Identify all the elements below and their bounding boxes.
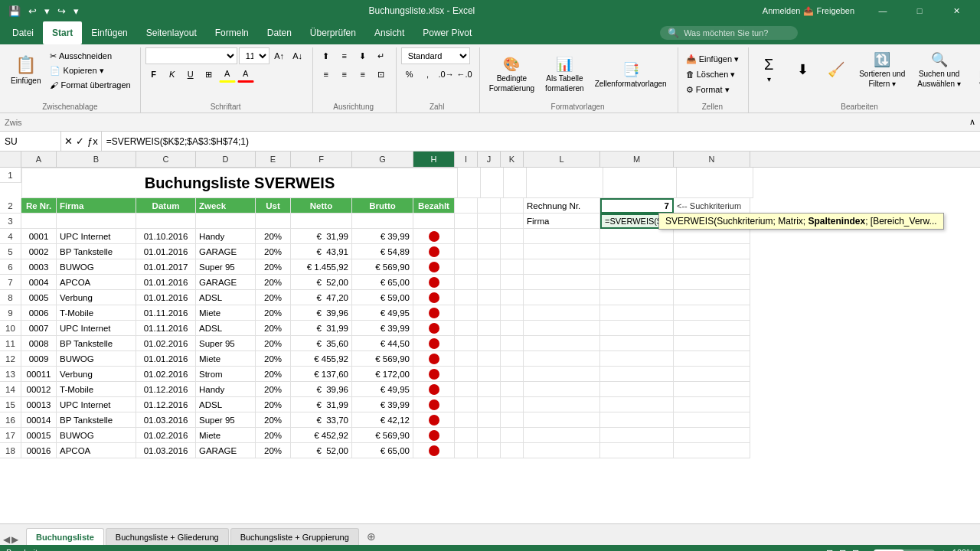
cell-15e[interactable]: 20%	[256, 397, 291, 412]
col-header-k[interactable]: K	[501, 152, 524, 167]
anmelden-link[interactable]: Anmelden	[763, 6, 801, 15]
col-header-a[interactable]: A	[21, 152, 57, 167]
font-name-select[interactable]	[145, 47, 237, 64]
cell-8h[interactable]	[413, 290, 455, 305]
cell-5a[interactable]: 0002	[21, 244, 57, 259]
cell-2f[interactable]: Netto	[291, 198, 352, 214]
fill-color-btn[interactable]: A	[219, 66, 236, 83]
cell-7c[interactable]: 01.01.2016	[136, 275, 196, 290]
cell-2b[interactable]: Firma	[57, 198, 136, 214]
cell-13b[interactable]: Verbung	[57, 367, 136, 382]
cell-3b[interactable]	[57, 214, 136, 229]
menu-formeln[interactable]: Formeln	[206, 21, 258, 44]
cell-9g[interactable]: € 49,95	[352, 305, 413, 321]
cell-7e[interactable]: 20%	[256, 275, 291, 290]
cell-2c[interactable]: Datum	[136, 198, 196, 214]
cell-6g[interactable]: € 569,90	[352, 259, 413, 275]
sheet-tab-gliederung[interactable]: Buchungsliste + Gliederung	[106, 528, 229, 545]
cell-17c[interactable]: 01.02.2016	[136, 428, 196, 443]
page-break-btn[interactable]: ⊠	[852, 548, 859, 552]
cell-9f[interactable]: € 39,96	[291, 305, 352, 321]
cell-12d[interactable]: Miete	[196, 351, 256, 367]
cell-16d[interactable]: Super 95	[196, 412, 256, 428]
cell-18d[interactable]: GARAGE	[196, 443, 256, 458]
percent-btn[interactable]: %	[401, 66, 418, 83]
cell-17d[interactable]: Miete	[196, 428, 256, 443]
cell-16g[interactable]: € 42,12	[352, 412, 413, 428]
right-align-btn[interactable]: ≡	[354, 66, 371, 83]
window-controls[interactable]: Anmelden 📤 Freigeben — □ ✕	[763, 0, 974, 21]
center-align-btn[interactable]: ≡	[336, 66, 353, 83]
find-select-btn[interactable]: 🔍 Suchen und Auswählen ▾	[913, 47, 965, 92]
ribbon-collapse-btn[interactable]: ∧	[969, 117, 975, 127]
add-sheet-btn[interactable]: ⊕	[361, 528, 382, 545]
cell-11h[interactable]	[413, 336, 455, 351]
border-btn[interactable]: ⊞	[201, 66, 217, 83]
sheet-tab-gruppierung[interactable]: Buchungsliste + Gruppierung	[230, 528, 359, 545]
search-box[interactable]: Was möchten Sie tun?	[684, 28, 768, 37]
menu-ueberpruefen[interactable]: Überprüfen	[301, 21, 365, 44]
sort-filter-btn[interactable]: 🔃 Sortieren und Filtern ▾	[854, 47, 910, 92]
cell-3h[interactable]	[413, 214, 455, 229]
cell-16f[interactable]: € 33,70	[291, 412, 352, 428]
cell-11d[interactable]: Super 95	[196, 336, 256, 351]
cell-8g[interactable]: € 59,00	[352, 290, 413, 305]
increase-decimal-btn[interactable]: .0→	[438, 66, 455, 83]
cell-17g[interactable]: € 569,90	[352, 428, 413, 443]
conditional-format-btn[interactable]: 🎨 Bedingte Formatierung	[485, 52, 539, 96]
cell-2h[interactable]: Bezahlt	[413, 198, 455, 214]
cell-17h[interactable]	[413, 428, 455, 443]
bottom-align-btn[interactable]: ⬇	[354, 47, 371, 64]
menu-seitenlayout[interactable]: Seitenlayout	[137, 21, 206, 44]
col-header-c[interactable]: C	[136, 152, 196, 167]
insert-cells-btn[interactable]: 📥 Einfügen ▾	[683, 52, 743, 66]
format-cells-btn[interactable]: ⚙ Format ▾	[683, 83, 743, 96]
cut-button[interactable]: ✂ Ausschneiden	[47, 49, 133, 63]
copy-button[interactable]: 📄 Kopieren ▾	[47, 64, 133, 77]
cell-11g[interactable]: € 44,50	[352, 336, 413, 351]
cell-16b[interactable]: BP Tankstelle	[57, 412, 136, 428]
font-color-btn[interactable]: A	[237, 66, 254, 83]
cell-7g[interactable]: € 65,00	[352, 275, 413, 290]
cell-10b[interactable]: UPC Internet	[57, 321, 136, 336]
menu-einfuegen[interactable]: Einfügen	[82, 21, 136, 44]
cell-14d[interactable]: Handy	[196, 382, 256, 397]
cell-10e[interactable]: 20%	[256, 321, 291, 336]
cell-2d[interactable]: Zweck	[196, 198, 256, 214]
cell-14c[interactable]: 01.12.2016	[136, 382, 196, 397]
cell-9c[interactable]: 01.11.2016	[136, 305, 196, 321]
cell-9a[interactable]: 0006	[21, 305, 57, 321]
cell-16h[interactable]	[413, 412, 455, 428]
cell-14h[interactable]	[413, 382, 455, 397]
cell-4d[interactable]: Handy	[196, 229, 256, 244]
col-header-n[interactable]: N	[674, 152, 750, 167]
cell-12e[interactable]: 20%	[256, 351, 291, 367]
menu-ansicht[interactable]: Ansicht	[365, 21, 413, 44]
col-header-g[interactable]: G	[352, 152, 413, 167]
col-header-d[interactable]: D	[196, 152, 256, 167]
cell-8f[interactable]: € 47,20	[291, 290, 352, 305]
cell-4c[interactable]: 01.10.2016	[136, 229, 196, 244]
cell-styles-btn[interactable]: 📑 Zellenformatvorlagen	[590, 52, 671, 96]
page-view-btn[interactable]: ⊞	[826, 548, 833, 552]
cell-4f[interactable]: € 31,99	[291, 229, 352, 244]
font-size-select[interactable]: 11	[239, 47, 270, 64]
cell-13d[interactable]: Strom	[196, 367, 256, 382]
cell-4a[interactable]: 0001	[21, 229, 57, 244]
save-icon[interactable]: 💾	[6, 5, 23, 17]
cell-6a[interactable]: 0003	[21, 259, 57, 275]
italic-btn[interactable]: K	[164, 66, 181, 83]
cell-7f[interactable]: € 52,00	[291, 275, 352, 290]
cell-12b[interactable]: BUWOG	[57, 351, 136, 367]
cell-9b[interactable]: T-Mobile	[57, 305, 136, 321]
col-header-f[interactable]: F	[291, 152, 352, 167]
cell-7a[interactable]: 0004	[21, 275, 57, 290]
col-header-i[interactable]: I	[455, 152, 478, 167]
maximize-button[interactable]: □	[902, 0, 937, 21]
menu-start[interactable]: Start	[43, 21, 82, 44]
confirm-formula-icon[interactable]: ✓	[76, 135, 84, 147]
cell-6c[interactable]: 01.01.2017	[136, 259, 196, 275]
cell-8c[interactable]: 01.01.2016	[136, 290, 196, 305]
cell-12g[interactable]: € 569,90	[352, 351, 413, 367]
underline-btn[interactable]: U	[182, 66, 199, 83]
